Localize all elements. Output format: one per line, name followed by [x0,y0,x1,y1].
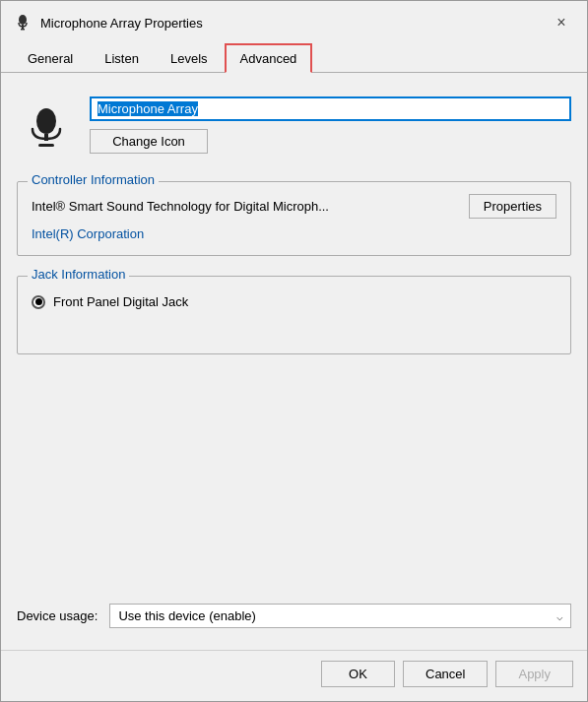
properties-button[interactable]: Properties [469,194,556,219]
change-icon-button[interactable]: Change Icon [90,129,208,154]
device-name-input[interactable] [90,96,571,121]
title-bar: Microphone Array Properties × [1,1,587,42]
device-usage-row: Device usage: Use this device (enable) D… [17,598,571,634]
controller-name: Intel® Smart Sound Technology for Digita… [32,199,459,214]
jack-group-label: Jack Information [28,267,129,282]
spacer [17,368,571,584]
close-button[interactable]: × [548,9,575,36]
jack-group: Jack Information Front Panel Digital Jac… [17,276,571,354]
dialog-title: Microphone Array Properties [40,16,203,31]
cancel-button[interactable]: Cancel [403,661,488,687]
device-section: Change Icon [17,89,571,161]
device-usage-select[interactable]: Use this device (enable) Do not use this… [109,604,571,628]
tab-general[interactable]: General [13,43,88,73]
svg-rect-2 [21,29,25,31]
bottom-buttons: OK Cancel Apply [1,650,587,701]
svg-rect-5 [38,144,54,147]
ok-button[interactable]: OK [321,661,395,687]
jack-radio-button[interactable] [32,295,45,309]
tab-levels[interactable]: Levels [156,43,223,73]
title-bar-left: Microphone Array Properties [13,13,203,32]
device-usage-select-wrapper: Use this device (enable) Do not use this… [109,604,571,628]
device-right: Change Icon [90,96,571,154]
controller-corporation: Intel(R) Corporation [32,226,556,241]
controller-row: Intel® Smart Sound Technology for Digita… [32,194,556,219]
svg-point-0 [19,15,27,25]
microphone-icon [13,13,33,32]
tabs-bar: General Listen Levels Advanced [1,42,587,73]
dialog-window: Microphone Array Properties × General Li… [0,0,588,702]
apply-button[interactable]: Apply [495,661,573,687]
jack-radio-row: Front Panel Digital Jack [32,294,556,309]
controller-group-label: Controller Information [28,172,159,187]
device-icon [17,100,76,150]
tab-content: Change Icon Controller Information Intel… [1,73,587,650]
radio-dot [35,298,42,305]
controller-group: Controller Information Intel® Smart Soun… [17,181,571,256]
device-usage-label: Device usage: [17,608,98,623]
jack-option-label: Front Panel Digital Jack [53,294,188,309]
tab-advanced[interactable]: Advanced [225,43,313,73]
tab-listen[interactable]: Listen [90,43,154,73]
svg-point-3 [36,108,56,134]
